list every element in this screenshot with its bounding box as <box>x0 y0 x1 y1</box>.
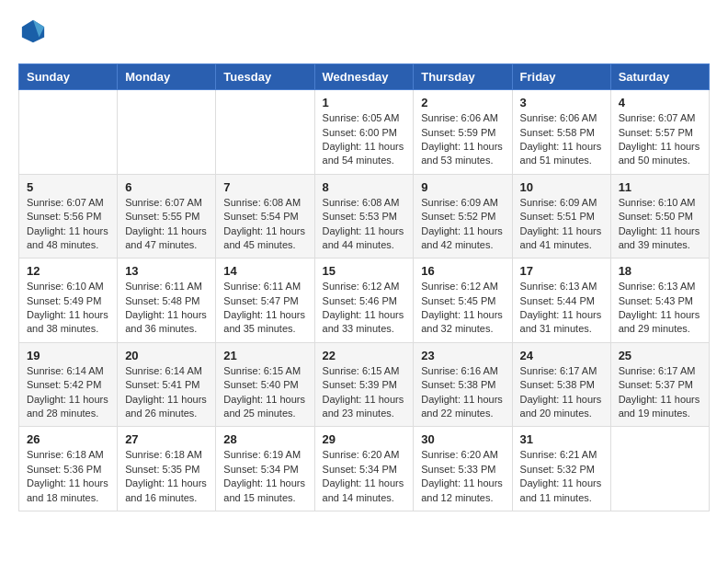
logo-icon <box>20 18 46 44</box>
calendar-cell: 11Sunrise: 6:10 AM Sunset: 5:50 PM Dayli… <box>610 174 709 259</box>
day-info: Sunrise: 6:10 AM Sunset: 5:49 PM Dayligh… <box>27 280 109 337</box>
day-number: 1 <box>323 96 406 109</box>
day-number: 13 <box>125 264 208 278</box>
day-info: Sunrise: 6:14 AM Sunset: 5:41 PM Dayligh… <box>125 364 208 421</box>
calendar-cell: 25Sunrise: 6:17 AM Sunset: 5:37 PM Dayli… <box>610 342 709 427</box>
weekday-header-row: SundayMondayTuesdayWednesdayThursdayFrid… <box>19 64 710 90</box>
day-number: 14 <box>223 264 306 278</box>
day-number: 25 <box>619 349 701 362</box>
calendar-cell: 31Sunrise: 6:21 AM Sunset: 5:32 PM Dayli… <box>512 427 610 511</box>
day-number: 17 <box>520 264 603 278</box>
day-number: 10 <box>520 180 603 194</box>
calendar-cell: 29Sunrise: 6:20 AM Sunset: 5:34 PM Dayli… <box>314 427 414 511</box>
day-number: 21 <box>223 349 306 362</box>
calendar-cell: 13Sunrise: 6:11 AM Sunset: 5:48 PM Dayli… <box>118 259 216 343</box>
calendar-week-3: 12Sunrise: 6:10 AM Sunset: 5:49 PM Dayli… <box>19 259 710 343</box>
calendar-week-1: 1Sunrise: 6:05 AM Sunset: 6:00 PM Daylig… <box>19 90 710 175</box>
day-number: 27 <box>125 432 208 446</box>
calendar-cell: 15Sunrise: 6:12 AM Sunset: 5:46 PM Dayli… <box>314 259 414 343</box>
weekday-header-saturday: Saturday <box>610 64 709 90</box>
calendar-cell: 10Sunrise: 6:09 AM Sunset: 5:51 PM Dayli… <box>512 174 610 259</box>
day-number: 5 <box>27 180 109 194</box>
weekday-header-monday: Monday <box>118 64 216 90</box>
day-number: 30 <box>421 432 504 446</box>
calendar-cell: 5Sunrise: 6:07 AM Sunset: 5:56 PM Daylig… <box>19 174 118 259</box>
calendar-table: SundayMondayTuesdayWednesdayThursdayFrid… <box>18 63 710 511</box>
day-info: Sunrise: 6:18 AM Sunset: 5:35 PM Dayligh… <box>125 448 208 505</box>
day-info: Sunrise: 6:07 AM Sunset: 5:56 PM Dayligh… <box>27 196 109 253</box>
calendar-cell: 26Sunrise: 6:18 AM Sunset: 5:36 PM Dayli… <box>19 427 118 511</box>
calendar-cell: 4Sunrise: 6:07 AM Sunset: 5:57 PM Daylig… <box>610 90 709 175</box>
calendar-cell: 9Sunrise: 6:09 AM Sunset: 5:52 PM Daylig… <box>414 174 512 259</box>
day-info: Sunrise: 6:15 AM Sunset: 5:40 PM Dayligh… <box>223 364 306 421</box>
day-info: Sunrise: 6:18 AM Sunset: 5:36 PM Dayligh… <box>27 448 109 505</box>
calendar-week-5: 26Sunrise: 6:18 AM Sunset: 5:36 PM Dayli… <box>19 427 710 511</box>
day-number: 22 <box>323 349 406 362</box>
day-number: 31 <box>520 432 603 446</box>
day-number: 11 <box>619 180 701 194</box>
calendar-cell: 21Sunrise: 6:15 AM Sunset: 5:40 PM Dayli… <box>216 342 314 427</box>
day-info: Sunrise: 6:20 AM Sunset: 5:33 PM Dayligh… <box>421 448 504 505</box>
day-number: 7 <box>223 180 306 194</box>
day-info: Sunrise: 6:10 AM Sunset: 5:50 PM Dayligh… <box>619 196 701 253</box>
day-info: Sunrise: 6:20 AM Sunset: 5:34 PM Dayligh… <box>323 448 406 505</box>
day-number: 26 <box>27 432 109 446</box>
day-info: Sunrise: 6:08 AM Sunset: 5:54 PM Dayligh… <box>223 196 306 253</box>
calendar-cell: 3Sunrise: 6:06 AM Sunset: 5:58 PM Daylig… <box>512 90 610 175</box>
day-number: 23 <box>421 349 504 362</box>
day-number: 19 <box>27 349 109 362</box>
day-number: 12 <box>27 264 109 278</box>
calendar-cell: 30Sunrise: 6:20 AM Sunset: 5:33 PM Dayli… <box>414 427 512 511</box>
day-info: Sunrise: 6:12 AM Sunset: 5:46 PM Dayligh… <box>323 280 406 337</box>
calendar-cell: 22Sunrise: 6:15 AM Sunset: 5:39 PM Dayli… <box>314 342 414 427</box>
day-info: Sunrise: 6:13 AM Sunset: 5:43 PM Dayligh… <box>619 280 701 337</box>
calendar-cell <box>118 90 216 175</box>
weekday-header-thursday: Thursday <box>414 64 512 90</box>
day-number: 3 <box>520 96 603 109</box>
day-number: 16 <box>421 264 504 278</box>
calendar-cell: 2Sunrise: 6:06 AM Sunset: 5:59 PM Daylig… <box>414 90 512 175</box>
day-info: Sunrise: 6:07 AM Sunset: 5:57 PM Dayligh… <box>619 111 701 168</box>
day-number: 20 <box>125 349 208 362</box>
weekday-header-friday: Friday <box>512 64 610 90</box>
day-info: Sunrise: 6:07 AM Sunset: 5:55 PM Dayligh… <box>125 196 208 253</box>
day-number: 24 <box>520 349 603 362</box>
calendar-week-2: 5Sunrise: 6:07 AM Sunset: 5:56 PM Daylig… <box>19 174 710 259</box>
calendar-cell <box>216 90 314 175</box>
page-header <box>18 18 710 49</box>
day-info: Sunrise: 6:08 AM Sunset: 5:53 PM Dayligh… <box>323 196 406 253</box>
calendar-cell: 23Sunrise: 6:16 AM Sunset: 5:38 PM Dayli… <box>414 342 512 427</box>
calendar-cell: 24Sunrise: 6:17 AM Sunset: 5:38 PM Dayli… <box>512 342 610 427</box>
logo <box>18 18 46 49</box>
day-info: Sunrise: 6:14 AM Sunset: 5:42 PM Dayligh… <box>27 364 109 421</box>
day-info: Sunrise: 6:17 AM Sunset: 5:38 PM Dayligh… <box>520 364 603 421</box>
calendar-body: 1Sunrise: 6:05 AM Sunset: 6:00 PM Daylig… <box>19 90 710 511</box>
calendar-cell <box>19 90 118 175</box>
calendar-cell: 1Sunrise: 6:05 AM Sunset: 6:00 PM Daylig… <box>314 90 414 175</box>
calendar-cell: 20Sunrise: 6:14 AM Sunset: 5:41 PM Dayli… <box>118 342 216 427</box>
day-number: 28 <box>223 432 306 446</box>
day-info: Sunrise: 6:12 AM Sunset: 5:45 PM Dayligh… <box>421 280 504 337</box>
day-number: 6 <box>125 180 208 194</box>
calendar-cell: 16Sunrise: 6:12 AM Sunset: 5:45 PM Dayli… <box>414 259 512 343</box>
day-info: Sunrise: 6:06 AM Sunset: 5:59 PM Dayligh… <box>421 111 504 168</box>
calendar-cell: 6Sunrise: 6:07 AM Sunset: 5:55 PM Daylig… <box>118 174 216 259</box>
day-number: 29 <box>323 432 406 446</box>
day-number: 15 <box>323 264 406 278</box>
weekday-header-wednesday: Wednesday <box>314 64 414 90</box>
day-info: Sunrise: 6:13 AM Sunset: 5:44 PM Dayligh… <box>520 280 603 337</box>
calendar-cell: 8Sunrise: 6:08 AM Sunset: 5:53 PM Daylig… <box>314 174 414 259</box>
calendar-cell <box>610 427 709 511</box>
calendar-cell: 7Sunrise: 6:08 AM Sunset: 5:54 PM Daylig… <box>216 174 314 259</box>
calendar-cell: 19Sunrise: 6:14 AM Sunset: 5:42 PM Dayli… <box>19 342 118 427</box>
day-number: 18 <box>619 264 701 278</box>
weekday-header-tuesday: Tuesday <box>216 64 314 90</box>
day-info: Sunrise: 6:09 AM Sunset: 5:51 PM Dayligh… <box>520 196 603 253</box>
day-info: Sunrise: 6:06 AM Sunset: 5:58 PM Dayligh… <box>520 111 603 168</box>
calendar-cell: 12Sunrise: 6:10 AM Sunset: 5:49 PM Dayli… <box>19 259 118 343</box>
day-info: Sunrise: 6:11 AM Sunset: 5:47 PM Dayligh… <box>223 280 306 337</box>
calendar-cell: 27Sunrise: 6:18 AM Sunset: 5:35 PM Dayli… <box>118 427 216 511</box>
day-info: Sunrise: 6:15 AM Sunset: 5:39 PM Dayligh… <box>323 364 406 421</box>
day-info: Sunrise: 6:16 AM Sunset: 5:38 PM Dayligh… <box>421 364 504 421</box>
calendar-cell: 28Sunrise: 6:19 AM Sunset: 5:34 PM Dayli… <box>216 427 314 511</box>
